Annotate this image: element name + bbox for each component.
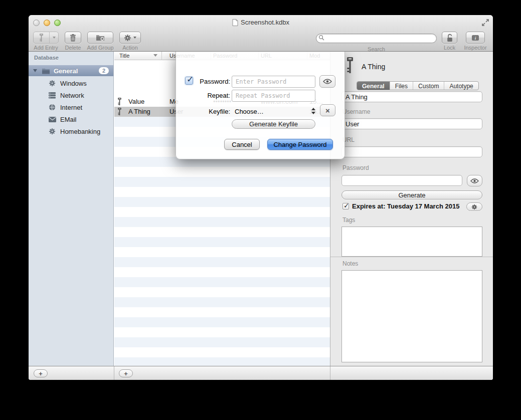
- generate-button[interactable]: Generate: [341, 190, 482, 199]
- dialog-password-input[interactable]: [232, 76, 315, 88]
- sidebar: Database General 2 Windows Network: [29, 52, 114, 366]
- tags-input[interactable]: [341, 227, 482, 257]
- tab-autotype[interactable]: Autotype: [444, 82, 478, 90]
- plus-icon: +: [124, 370, 128, 377]
- gear-icon: [48, 127, 56, 135]
- dialog-repeat-label: Repeat:: [185, 92, 230, 99]
- generate-keyfile-label: Generate Keyfile: [249, 120, 298, 128]
- add-entry-plus-button[interactable]: +: [119, 369, 133, 377]
- expires-label: Expires at: Tuesday 17 March 2015: [352, 202, 459, 210]
- search-label: Search: [316, 46, 437, 52]
- tab-files[interactable]: Files: [390, 82, 413, 90]
- chevron-down-icon: [133, 37, 136, 39]
- delete-label: Delete: [65, 45, 81, 51]
- inspector-label: Inspector: [464, 45, 486, 51]
- gear-icon: [48, 79, 56, 87]
- sidebar-item-internet[interactable]: Internet: [29, 101, 113, 113]
- disclosure-triangle-icon[interactable]: [33, 69, 37, 72]
- eye-icon: [470, 178, 479, 183]
- sidebar-item-homebanking[interactable]: Homebanking: [29, 125, 113, 137]
- server-icon: [48, 91, 56, 99]
- tab-general[interactable]: General: [357, 82, 390, 90]
- folder-icon: [42, 68, 50, 74]
- sidebar-item-email[interactable]: EMail: [29, 113, 113, 125]
- cancel-button[interactable]: Cancel: [224, 139, 260, 150]
- app-window: Screenshot.kdbx Add Entry Delete: [29, 15, 493, 380]
- expires-checkbox[interactable]: ✓: [342, 203, 349, 209]
- expires-row: ✓ Expires at: Tuesday 17 March 2015: [342, 202, 459, 210]
- gear-icon: [124, 34, 131, 42]
- window-title-bar: Screenshot.kdbx: [29, 19, 493, 26]
- footer-bar: + +: [29, 366, 493, 380]
- close-icon: ×: [325, 107, 330, 114]
- tags-label: Tags: [342, 217, 355, 224]
- inspector-panel: A Thing General Files Custom Autotype Us…: [330, 52, 493, 366]
- key-icon: [34, 32, 49, 43]
- dialog-repeat-input[interactable]: [232, 90, 315, 102]
- key-icon: [117, 98, 122, 106]
- password-label: Password: [342, 164, 369, 171]
- keyfile-popup[interactable]: Choose…: [235, 108, 264, 115]
- generate-label: Generate: [398, 191, 425, 199]
- add-group-label: Add Group: [87, 45, 113, 51]
- sort-descending-icon: [153, 54, 157, 57]
- password-field[interactable]: [341, 175, 462, 186]
- clear-keyfile-button[interactable]: ×: [320, 104, 335, 116]
- folder-plus-icon: [96, 34, 105, 41]
- globe-icon: [48, 103, 56, 111]
- action-label: Action: [122, 45, 138, 51]
- add-entry-label: Add Entry: [34, 45, 58, 51]
- sidebar-group-general[interactable]: General 2: [29, 65, 113, 76]
- delete-button[interactable]: Delete: [65, 32, 81, 44]
- fullscreen-icon[interactable]: [481, 19, 489, 27]
- dialog-reveal-password-button[interactable]: [319, 75, 335, 88]
- plus-icon: +: [39, 370, 43, 377]
- action-button[interactable]: Action: [119, 32, 141, 44]
- cell-title: A Thing: [128, 108, 150, 115]
- eye-icon: [323, 79, 332, 84]
- sidebar-item-label: EMail: [60, 116, 77, 123]
- chevron-down-icon: [50, 32, 58, 43]
- section-divider: [330, 257, 493, 257]
- dialog-keyfile-label: Keyfile:: [185, 108, 230, 115]
- column-title[interactable]: Title: [119, 53, 129, 59]
- sidebar-item-windows[interactable]: Windows: [29, 77, 113, 89]
- stepper-icon[interactable]: [311, 108, 316, 116]
- notes-label: Notes: [342, 260, 358, 267]
- title-field[interactable]: [341, 91, 482, 102]
- generate-keyfile-button[interactable]: Generate Keyfile: [232, 119, 315, 129]
- change-password-button[interactable]: Change Password: [267, 139, 333, 150]
- sidebar-header: Database: [34, 55, 59, 61]
- add-entry-button[interactable]: Add Entry: [33, 32, 59, 44]
- inspector-entry-title: A Thing: [362, 63, 385, 71]
- info-icon: i: [471, 35, 479, 41]
- expires-settings-button[interactable]: [466, 202, 482, 211]
- sidebar-group-label: General: [54, 67, 99, 75]
- key-icon: [346, 57, 354, 74]
- search-field-wrap: [316, 33, 437, 43]
- sidebar-item-label: Windows: [60, 80, 87, 87]
- sidebar-item-label: Internet: [60, 104, 82, 111]
- inspector-tabs: General Files Custom Autotype: [357, 81, 479, 90]
- document-icon: [232, 19, 238, 26]
- search-input[interactable]: [316, 34, 437, 43]
- sidebar-item-network[interactable]: Network: [29, 89, 113, 101]
- trash-icon: [70, 34, 76, 42]
- window-header: Screenshot.kdbx Add Entry Delete: [29, 15, 493, 52]
- add-group-button[interactable]: Add Group: [87, 32, 113, 44]
- lock-label: Lock: [444, 45, 455, 51]
- url-field[interactable]: [341, 146, 482, 157]
- search-icon: [318, 35, 324, 41]
- inspector-button[interactable]: i Inspector: [466, 32, 485, 44]
- change-password-dialog: ✓ Password: Repeat: Keyfile: Choose… × G…: [176, 52, 345, 159]
- unlock-icon: [446, 34, 453, 42]
- check-icon: ✓: [343, 201, 350, 209]
- cell-title: Value: [128, 98, 144, 105]
- tab-custom[interactable]: Custom: [413, 82, 444, 90]
- lock-button[interactable]: Lock: [442, 32, 457, 44]
- reveal-password-button[interactable]: [467, 175, 482, 186]
- notes-input[interactable]: [341, 270, 482, 362]
- add-group-plus-button[interactable]: +: [34, 369, 48, 377]
- envelope-icon: [48, 115, 56, 123]
- username-field[interactable]: [341, 118, 482, 129]
